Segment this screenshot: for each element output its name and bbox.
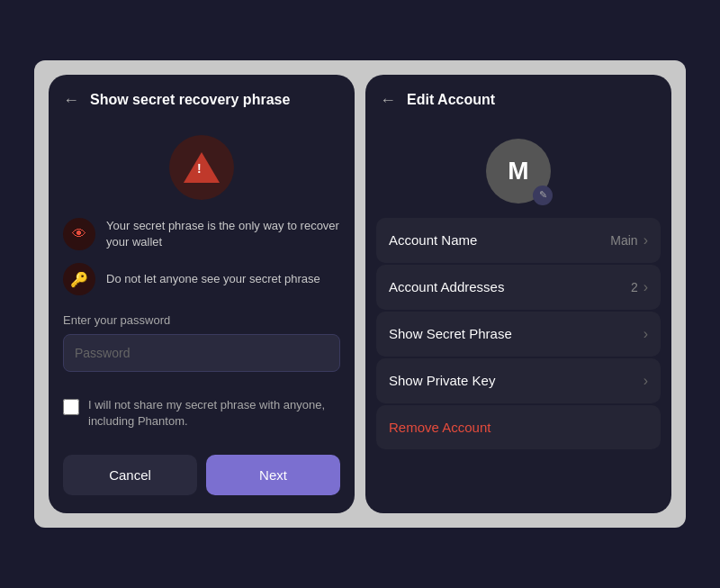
left-panel-title: Show secret recovery phrase: [90, 92, 290, 108]
show-secret-phrase-label: Show Secret Phrase: [389, 326, 512, 341]
checkbox-section: I will not share my secret phrase with a…: [49, 383, 355, 444]
menu-item-remove-account[interactable]: Remove Account: [376, 405, 661, 449]
show-private-key-right: ›: [644, 373, 648, 389]
show-private-key-chevron: ›: [644, 373, 648, 389]
account-addresses-right: 2 ›: [631, 279, 648, 295]
show-private-key-label: Show Private Key: [389, 373, 495, 388]
left-header: ← Show secret recovery phrase: [49, 75, 355, 121]
account-name-value: Main: [610, 233, 637, 248]
right-panel: ← Edit Account M ✎ Account Name Main ›: [365, 75, 671, 514]
account-name-label: Account Name: [389, 232, 477, 248]
show-secret-phrase-right: ›: [644, 326, 648, 342]
remove-account-label: Remove Account: [389, 420, 490, 435]
key-icon: 🔑: [70, 271, 88, 288]
right-panel-title: Edit Account: [407, 92, 495, 108]
next-button[interactable]: Next: [206, 455, 340, 495]
info-item-1: 👁 Your secret phrase is the only way to …: [63, 218, 340, 250]
avatar-section: M ✎: [365, 121, 671, 218]
right-back-arrow[interactable]: ←: [380, 91, 396, 110]
account-addresses-chevron: ›: [644, 279, 648, 295]
avatar-letter: M: [508, 157, 528, 185]
eye-icon-container: 👁: [63, 218, 95, 250]
agreement-checkbox[interactable]: [63, 399, 79, 415]
warning-circle: [169, 135, 234, 200]
show-secret-phrase-chevron: ›: [644, 326, 648, 342]
account-addresses-label: Account Addresses: [389, 279, 504, 294]
info-text-1: Your secret phrase is the only way to re…: [106, 218, 340, 250]
right-header: ← Edit Account: [365, 75, 671, 121]
info-text-2: Do not let anyone see your secret phrase: [106, 271, 320, 287]
app-container: ← Show secret recovery phrase 👁 Your sec…: [34, 60, 686, 529]
password-section: Enter your password: [49, 313, 355, 372]
left-panel: ← Show secret recovery phrase 👁 Your sec…: [49, 75, 355, 514]
info-list: 👁 Your secret phrase is the only way to …: [49, 218, 355, 295]
checkbox-label: I will not share my secret phrase with a…: [88, 397, 340, 430]
password-label: Enter your password: [63, 313, 340, 327]
left-back-arrow[interactable]: ←: [63, 91, 79, 110]
edit-icon: ✎: [539, 189, 547, 201]
account-addresses-value: 2: [631, 280, 638, 294]
warning-icon-container: [49, 135, 355, 200]
button-row: Cancel Next: [49, 444, 355, 513]
avatar-edit-button[interactable]: ✎: [533, 185, 553, 205]
cancel-button[interactable]: Cancel: [63, 455, 197, 495]
account-name-right: Main ›: [610, 232, 648, 249]
menu-item-account-name[interactable]: Account Name Main ›: [376, 218, 661, 263]
menu-list: Account Name Main › Account Addresses 2 …: [365, 218, 671, 449]
avatar[interactable]: M ✎: [486, 139, 551, 204]
warning-triangle-icon: [184, 152, 220, 183]
menu-item-show-private-key[interactable]: Show Private Key ›: [376, 358, 661, 403]
menu-item-show-secret-phrase[interactable]: Show Secret Phrase ›: [376, 312, 661, 357]
account-name-chevron: ›: [644, 232, 648, 249]
password-input[interactable]: [63, 334, 340, 372]
menu-item-account-addresses[interactable]: Account Addresses 2 ›: [376, 265, 661, 310]
eye-icon: 👁: [72, 226, 86, 242]
info-item-2: 🔑 Do not let anyone see your secret phra…: [63, 263, 340, 295]
key-icon-container: 🔑: [63, 263, 95, 295]
